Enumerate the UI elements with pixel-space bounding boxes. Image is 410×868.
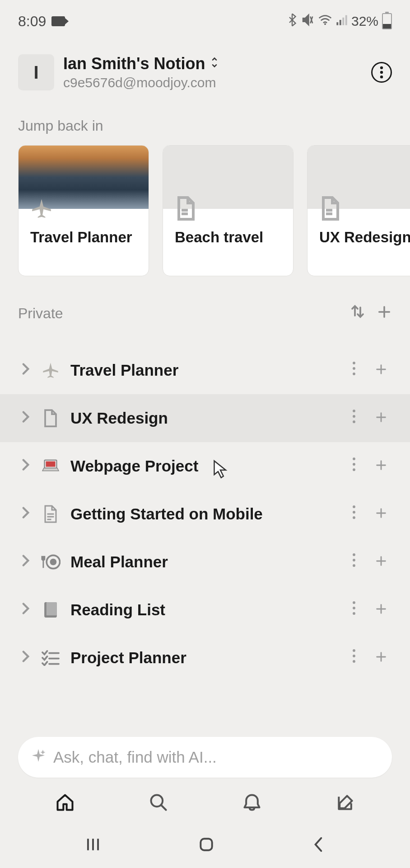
svg-point-31: [353, 612, 355, 615]
search-tab[interactable]: [147, 791, 170, 814]
page-add-icon[interactable]: [370, 457, 392, 476]
page-add-icon[interactable]: [370, 361, 392, 380]
meal-icon: [41, 552, 61, 572]
page-add-icon[interactable]: [370, 505, 392, 524]
chevron-right-icon[interactable]: [22, 506, 31, 523]
private-page-list: Travel Planner UX Redesign Webpage Proje…: [0, 333, 410, 682]
page-title: Project Planner: [70, 649, 338, 667]
svg-point-33: [353, 655, 355, 657]
svg-point-11: [353, 410, 355, 412]
ai-search-bar[interactable]: Ask, chat, find with AI...: [18, 737, 392, 778]
page-more-icon[interactable]: [348, 648, 360, 667]
page-more-icon[interactable]: [348, 600, 360, 619]
svg-rect-1: [336, 22, 338, 25]
page-more-icon[interactable]: [348, 552, 360, 571]
page-more-icon[interactable]: [348, 505, 360, 524]
page-add-icon[interactable]: [370, 552, 392, 571]
page-title: Meal Planner: [70, 553, 338, 571]
more-menu-button[interactable]: [371, 62, 392, 83]
svg-rect-15: [46, 462, 56, 467]
sparkle-icon: [31, 748, 46, 767]
page-add-icon[interactable]: [370, 648, 392, 667]
page-add-icon[interactable]: [370, 600, 392, 619]
svg-point-32: [353, 649, 355, 652]
back-button[interactable]: [311, 836, 326, 855]
doc-icon: [318, 196, 343, 221]
page-title: Travel Planner: [70, 361, 338, 379]
page-item-meal-planner[interactable]: Meal Planner: [0, 538, 410, 586]
book-icon: [41, 600, 61, 620]
battery-percent: 32%: [351, 14, 378, 29]
svg-rect-2: [340, 20, 341, 25]
add-page-button[interactable]: [377, 303, 392, 324]
page-more-icon[interactable]: [348, 409, 360, 428]
workspace-avatar[interactable]: I: [18, 54, 54, 90]
compose-tab[interactable]: [334, 791, 357, 814]
recents-button[interactable]: [84, 836, 102, 855]
battery-icon: [382, 13, 392, 29]
chevron-right-icon[interactable]: [22, 554, 31, 571]
svg-point-34: [353, 660, 355, 663]
android-nav-bar: [0, 823, 410, 868]
jump-back-cards[interactable]: Travel Planner Beach travel UX Redesign: [0, 145, 410, 276]
chevron-right-icon[interactable]: [22, 458, 31, 475]
page-item-ux-redesign[interactable]: UX Redesign: [0, 394, 410, 442]
page-more-icon[interactable]: [348, 457, 360, 476]
svg-point-24: [353, 553, 355, 556]
svg-point-7: [380, 75, 383, 78]
sort-button[interactable]: [349, 303, 366, 324]
video-recording-icon: [51, 16, 65, 26]
svg-point-19: [353, 505, 355, 508]
page-item-reading-list[interactable]: Reading List: [0, 586, 410, 634]
page-item-project-planner[interactable]: Project Planner: [0, 634, 410, 682]
page-title: Getting Started on Mobile: [70, 505, 338, 523]
chevron-right-icon[interactable]: [22, 362, 31, 379]
page-title: UX Redesign: [70, 409, 338, 427]
recent-card[interactable]: Beach travel: [163, 145, 294, 276]
private-label[interactable]: Private: [18, 305, 63, 322]
home-tab[interactable]: [54, 791, 76, 814]
svg-point-30: [353, 607, 355, 609]
workspace-title-text: Ian Smith's Notion: [63, 54, 205, 73]
recent-card[interactable]: Travel Planner: [18, 145, 149, 276]
doc-lines-icon: [41, 504, 61, 524]
home-button[interactable]: [198, 836, 215, 855]
svg-point-21: [353, 516, 355, 519]
page-item-getting-started[interactable]: Getting Started on Mobile: [0, 490, 410, 538]
signal-icon: [336, 14, 348, 29]
workspace-header: I Ian Smith's Notion c9e5676d@moodjoy.co…: [0, 36, 410, 99]
workspace-email: c9e5676d@moodjoy.com: [63, 75, 362, 90]
svg-point-8: [353, 362, 355, 364]
svg-rect-36: [200, 839, 212, 850]
page-item-travel-planner[interactable]: Travel Planner: [0, 346, 410, 394]
svg-rect-4: [345, 15, 347, 25]
recent-card[interactable]: UX Redesign: [307, 145, 410, 276]
inbox-tab[interactable]: [241, 791, 263, 814]
svg-point-20: [353, 511, 355, 514]
page-item-webpage-project[interactable]: Webpage Project: [0, 442, 410, 490]
vibrate-icon: [301, 13, 314, 30]
svg-point-18: [353, 468, 355, 471]
svg-point-10: [353, 373, 355, 375]
page-more-icon[interactable]: [348, 361, 360, 380]
bottom-tab-bar: [0, 782, 410, 823]
svg-point-23: [50, 559, 57, 566]
svg-point-5: [380, 66, 383, 69]
switcher-chevron-icon: [210, 57, 219, 71]
svg-point-0: [324, 23, 326, 25]
chevron-right-icon[interactable]: [22, 650, 31, 666]
checklist-icon: [41, 648, 61, 668]
workspace-switcher[interactable]: Ian Smith's Notion: [63, 54, 362, 73]
doc-icon: [174, 196, 198, 221]
svg-point-12: [353, 415, 355, 418]
bluetooth-icon: [287, 13, 297, 30]
wifi-icon: [318, 14, 332, 29]
page-title: Reading List: [70, 601, 338, 619]
page-title: Webpage Project: [70, 457, 338, 475]
page-add-icon[interactable]: [370, 409, 392, 428]
svg-point-17: [353, 463, 355, 466]
chevron-right-icon[interactable]: [22, 602, 31, 618]
chevron-right-icon[interactable]: [22, 410, 31, 427]
svg-point-26: [353, 564, 355, 567]
jump-back-label: Jump back in: [0, 99, 410, 145]
